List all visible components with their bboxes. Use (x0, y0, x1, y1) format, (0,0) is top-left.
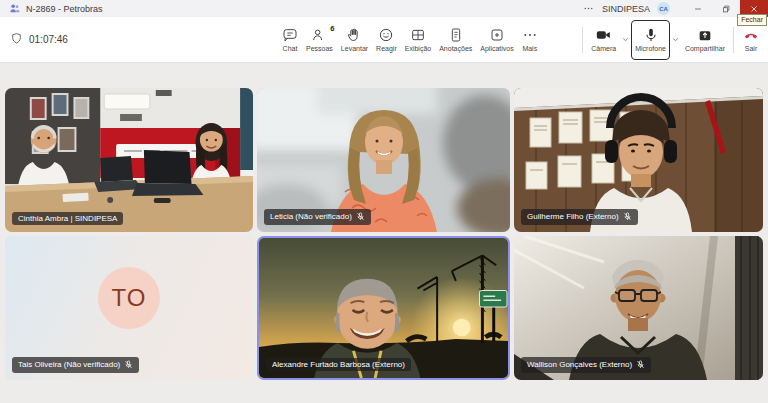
apps-button[interactable]: Aplicativos (476, 18, 517, 62)
video-tile-leticia[interactable]: Leticia (Não verificado) (257, 88, 510, 232)
video-tile-guilherme[interactable]: Guilherme Filho (Externo) (514, 88, 763, 232)
react-button[interactable]: Reagir (372, 18, 401, 62)
more-button[interactable]: Mais (518, 18, 542, 62)
camera-chevron-icon[interactable] (620, 18, 631, 62)
account-avatar[interactable]: CA (657, 2, 670, 15)
mic-muted-icon (356, 212, 365, 223)
meeting-toolbar: 01:07:46 Chat 6 Pessoas Levanta (0, 17, 768, 63)
account-label[interactable]: SINDIPESA (602, 4, 650, 14)
mic-muted-icon (636, 360, 645, 371)
chat-button[interactable]: Chat (278, 18, 302, 62)
teams-app-icon (9, 3, 20, 14)
people-button[interactable]: 6 Pessoas (302, 18, 337, 62)
participant-name-badge: Cinthia Ambra | SINDIPESA (12, 212, 123, 225)
participant-name-badge: Tais Oliveira (Não verificado) (12, 357, 139, 373)
toolbar-separator (733, 27, 734, 53)
window-title: N-2869 - Petrobras (26, 4, 103, 14)
apps-plus-icon (489, 27, 505, 43)
restore-button[interactable] (712, 0, 740, 17)
video-tile-alexandre[interactable]: Alexandre Furtado Barbosa (Externo) (257, 236, 510, 380)
close-tooltip: Fechar (737, 14, 767, 26)
meeting-timer: 01:07:46 (0, 31, 278, 49)
video-tile-wallison[interactable]: Wallison Gonçalves (Externo) (514, 236, 763, 380)
raise-hand-icon (346, 27, 362, 43)
more-dots-icon (522, 27, 538, 43)
participant-name-badge: Guilherme Filho (Externo) (521, 209, 638, 225)
titlebar-more-icon[interactable] (575, 3, 602, 14)
share-button[interactable]: Compartilhar (681, 18, 729, 62)
shield-icon (10, 31, 23, 49)
minimize-button[interactable] (684, 0, 712, 17)
mic-muted-icon (623, 212, 632, 223)
view-grid-icon (410, 27, 426, 43)
participant-name-badge: Alexandre Furtado Barbosa (Externo) (266, 358, 411, 371)
video-feed-conference-room (5, 88, 253, 232)
people-count-badge: 6 (330, 24, 334, 33)
meeting-timer-text: 01:07:46 (29, 34, 68, 45)
raise-hand-button[interactable]: Levantar (337, 18, 372, 62)
camera-button[interactable]: Câmera (587, 18, 620, 62)
video-tile-tais[interactable]: TO Tais Oliveira (Não verificado) (5, 236, 253, 380)
video-grid: Cinthia Ambra | SINDIPESA (0, 63, 768, 403)
camera-icon (595, 27, 612, 43)
video-tile-cinthia[interactable]: Cinthia Ambra | SINDIPESA (5, 88, 253, 232)
share-icon (697, 27, 713, 43)
notes-icon (448, 27, 464, 43)
people-icon: 6 (311, 27, 327, 43)
window-titlebar: N-2869 - Petrobras SINDIPESA CA Fechar (0, 0, 768, 17)
chat-icon (282, 27, 298, 43)
microphone-chevron-icon[interactable] (670, 18, 681, 62)
initials-avatar: TO (98, 267, 160, 329)
video-feed-alexandre (259, 238, 508, 378)
microphone-button[interactable]: Microfone (631, 20, 670, 60)
toolbar-separator (582, 27, 583, 53)
view-button[interactable]: Exibição (401, 18, 435, 62)
mic-muted-icon (124, 360, 133, 371)
participant-name-badge: Wallison Gonçalves (Externo) (521, 357, 651, 373)
hangup-icon (742, 27, 760, 43)
react-smiley-icon (378, 27, 394, 43)
microphone-icon (643, 27, 659, 43)
participant-name-badge: Leticia (Não verificado) (264, 209, 371, 225)
toolbar-center-group: Chat 6 Pessoas Levantar Reagir (278, 18, 542, 62)
teams-meeting-window: N-2869 - Petrobras SINDIPESA CA Fechar (0, 0, 768, 403)
notes-button[interactable]: Anotações (435, 18, 476, 62)
